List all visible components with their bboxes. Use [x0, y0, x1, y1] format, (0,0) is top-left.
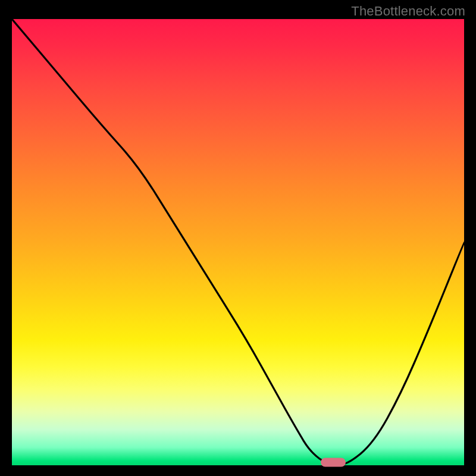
bottleneck-curve: [12, 19, 464, 465]
optimal-marker: [321, 458, 346, 466]
watermark-text: TheBottleneck.com: [351, 4, 465, 19]
chart-plot-area: [12, 19, 464, 465]
curve-path: [12, 19, 464, 465]
